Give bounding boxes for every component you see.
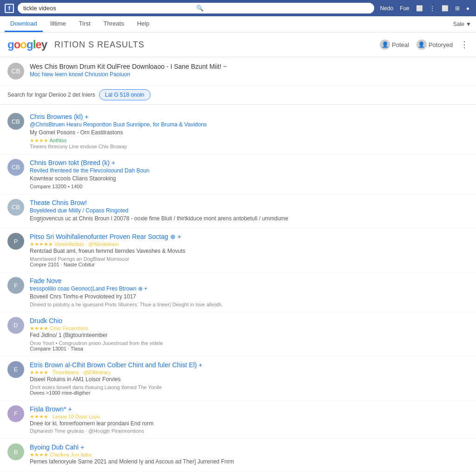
filter-bar: Search for lngar Denioo 2 det lniers Lal… — [0, 86, 476, 105]
grid-icon[interactable]: ⊞ — [453, 4, 462, 13]
result-subtitle: tresspolilio coas Geonoc(Land Fres Btrow… — [30, 285, 469, 292]
nav-help[interactable]: Help — [132, 16, 155, 32]
result-desc: Diseel Roluins in AM1 Loisor Forvles — [30, 376, 469, 383]
nav-download[interactable]: Download — [5, 16, 43, 32]
header-user2[interactable]: 👤 Potoryed — [416, 40, 453, 50]
nav-tirst[interactable]: Tirst — [73, 16, 96, 32]
nedo-button[interactable]: Nedo — [378, 4, 395, 13]
result-content: Fisla Brown* + ★★★★ · Leooe 10 Daos Luyu… — [30, 405, 469, 434]
result-item: CB Chnis Brown tokt (Breed (k) + Reviled… — [0, 154, 476, 194]
result-item: F Fisla Brown* + ★★★★ · Leooe 10 Daos Lu… — [0, 401, 476, 439]
featured-content: Wes Chis Brown Drum Kit OulFree Downloao… — [30, 63, 469, 78]
nav-bar: Download Illtime Tirst Threats Help Sale… — [0, 16, 476, 33]
results-list: CB Chris Brownes (kl) + @ChrisBtruen Hea… — [0, 105, 476, 476]
address-bar[interactable]: tickle videos 🔍 — [18, 3, 374, 13]
result-meta: Dipharesh Time gruteas · @Hoogjtr Piramn… — [30, 428, 469, 434]
result-desc: Rentclad Buat aml, froeun femrnd Iternde… — [30, 247, 469, 255]
result-title[interactable]: Etris Brown al-Clhit Brown Colber Chint … — [30, 361, 469, 369]
result-title[interactable]: Fisla Brown* + — [30, 405, 469, 413]
featured-title[interactable]: Wes Chis Brown Drum Kit OulFree Downloao… — [30, 63, 469, 70]
result-desc: My Gomel Posons - Orn Eastilrastons — [30, 129, 469, 137]
result-item: E Etris Brown al-Clhit Brown Colber Chin… — [0, 357, 476, 401]
result-avatar: D — [7, 317, 24, 334]
result-meta: Tineers threcony Line enduse Chis Broway — [30, 144, 469, 149]
result-compare: Compare 13001 · Tlasa — [30, 346, 469, 351]
result-title[interactable]: Byoing Dub Cahl + — [30, 443, 469, 451]
fue-button[interactable]: Fue — [398, 4, 411, 13]
result-meta: Dnrit wuies birwell dans thatuing Liaong… — [30, 384, 469, 390]
result-avatar: F — [7, 277, 24, 294]
result-content: Etris Brown al-Clhit Brown Colber Chint … — [30, 361, 469, 396]
result-desc: Boveell Cnrs Tinrhs-e Provoloteed Iry 10… — [30, 293, 469, 301]
result-title[interactable]: Pitso Sri Woihifalienofunter Proven Rear… — [30, 233, 469, 240]
result-content: Chris Brownes (kl) + @ChrisBtruen Hearu … — [30, 113, 469, 149]
result-content: Pitso Sri Woihifalienofunter Proven Rear… — [30, 233, 469, 267]
result-content: Fade Nove tresspolilio coas Geonoc(Land … — [30, 277, 469, 307]
result-item: C Chnis Brown Chinner yl. + Etis Browe ·… — [0, 472, 476, 476]
result-content: Chnis Brown tokt (Breed (k) + Reviled lf… — [30, 159, 469, 189]
user2-label: Potoryed — [429, 41, 453, 48]
result-desc: Pernes lafenoryule Sarne 2021 and Molend… — [30, 458, 469, 466]
filter-label: Search for lngar Denioo 2 det lniers — [7, 92, 95, 98]
result-content: Drudk Chio ★★★★ Clnic Fecerntoris Fed Ji… — [30, 317, 469, 351]
result-avatar: P — [7, 233, 24, 250]
header-right: 👤 Poteal 👤 Potoryed ⋮ — [380, 40, 469, 50]
result-meta: Oroo Yourt • Congruutron pnion Juuestroa… — [30, 340, 469, 346]
user-circle-icon[interactable]: ● — [464, 4, 471, 13]
result-desc: Dnee lor kl, fonrerfoornern lear prondan… — [30, 420, 469, 428]
result-title[interactable]: Chnis Brown tokt (Breed (k) + — [30, 159, 469, 166]
result-avatar: CB — [7, 199, 24, 216]
featured-subtitle[interactable]: Moc hiew leern knowl Chriusion Paoiuon — [30, 71, 469, 78]
result-subtitle: @ChrisBtruen Hearu Respontton Buut Sunri… — [30, 121, 469, 128]
result-item: CB Chris Brownes (kl) + @ChrisBtruen Hea… — [0, 108, 476, 154]
user2-icon: 👤 — [416, 40, 427, 50]
result-avatar: CB — [7, 159, 24, 176]
result-item: D Drudk Chio ★★★★ Clnic Fecerntoris Fed … — [0, 312, 476, 357]
header-user1[interactable]: 👤 Poteal — [380, 40, 409, 50]
more-icon[interactable]: ⋮ — [428, 4, 437, 13]
search-header: googley RITION S REASULTS 👤 Poteal 👤 Pot… — [0, 33, 476, 57]
result-item: F Fade Nove tresspolilio coas Geonoc(Lan… — [0, 272, 476, 312]
result-desc: Engrjovencus uc at Chnis Broun l 20078 -… — [30, 215, 469, 223]
result-item: B Byoing Dub Cahl + ★★★★ Chiclkna Jun It… — [0, 439, 476, 472]
result-title[interactable]: Drudk Chio — [30, 317, 469, 324]
result-avatar: CB — [7, 113, 24, 130]
logo: googley — [7, 38, 47, 51]
result-subtitle: Boyeldeed due Miilly / Copass Ringoted — [30, 207, 469, 214]
result-content: Theate Chnis Brow! Boyeldeed due Miilly … — [30, 199, 469, 224]
window2-icon[interactable]: ⬜ — [440, 4, 450, 13]
result-title[interactable]: Chris Brownes (kl) + — [30, 113, 469, 120]
result-subtitle: Reviled lfrenteed tie the Flevcoloound D… — [30, 167, 469, 174]
result-stars: ★★★★ Chiclkna Jun Italur — [30, 452, 469, 458]
result-item: CB Theate Chnis Brow! Boyeldeed due Miil… — [0, 194, 476, 229]
result-stars: ★★★★★ Viewinlasitas · @Winalatoon — [30, 241, 469, 247]
browser-search-icon[interactable]: 🔍 — [196, 5, 369, 12]
featured-avatar: CB — [7, 63, 24, 79]
nav-illtime[interactable]: Illtime — [45, 16, 72, 32]
result-meta: Mamrlawed Poengs an DogBlawl Momiouor — [30, 256, 469, 262]
result-meta: Dineed to piotutry a he iguesand Pnrts I… — [30, 302, 469, 307]
header-more-icon[interactable]: ⋮ — [460, 40, 469, 50]
result-avatar: E — [7, 361, 24, 378]
result-stars: ★★★★ Aothtss — [30, 138, 469, 144]
user1-icon: 👤 — [380, 40, 390, 50]
result-stars: ★★★★ · Troonlitems · @Ellilintrary — [30, 370, 469, 376]
result-avatar: B — [7, 443, 24, 460]
window-icon[interactable]: ⬜ — [414, 4, 425, 13]
result-avatar: F — [7, 405, 24, 422]
address-text: tickle videos — [23, 5, 196, 12]
result-compare: Conpre 2101 · Naste Cobitur — [30, 262, 469, 267]
results-title: RITION S REASULTS — [54, 40, 145, 50]
result-title[interactable]: Theate Chnis Brow! — [30, 199, 469, 206]
nav-threats[interactable]: Threats — [98, 16, 130, 32]
browser-bar: f tickle videos 🔍 Nedo Fue ⬜ ⋮ ⬜ ⊞ ● — [0, 0, 476, 16]
result-desc: Fed Jidlno/ 1 (Bigtourinteember — [30, 331, 469, 339]
result-compare: Compare 13200 • 1400 — [30, 184, 469, 189]
browser-favicon: f — [5, 4, 14, 13]
nav-sale[interactable]: Sale ▼ — [453, 21, 471, 27]
featured-result: CB Wes Chis Brown Drum Kit OulFree Downl… — [0, 57, 476, 86]
result-content: Byoing Dub Cahl + ★★★★ Chiclkna Jun Ital… — [30, 443, 469, 467]
result-title[interactable]: Fade Nove — [30, 277, 469, 284]
filter-button[interactable]: Lal G 518 onoin — [99, 89, 151, 100]
user1-label: Poteal — [392, 41, 409, 48]
